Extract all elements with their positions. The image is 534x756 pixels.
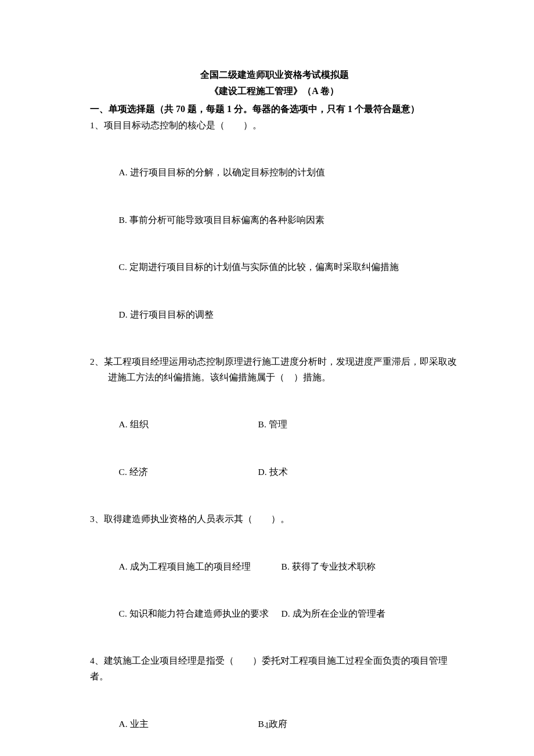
q1-opt-d: D. 进行项目目标的调整	[119, 307, 459, 322]
question-2: 2、某工程项目经理运用动态控制原理进行施工进度分析时，发现进度严重滞后，即采取改…	[90, 354, 459, 511]
q1-opt-c: C. 定期进行项目目标的计划值与实际值的比较，偏离时采取纠偏措施	[119, 259, 459, 275]
title-sub: 《建设工程施工管理》（A 卷）	[90, 83, 459, 99]
q4-text: 4、建筑施工企业项目经理是指受（ ）委托对工程项目施工过程全面负责的项目管理者。	[90, 653, 459, 684]
q2-cont: 进施工方法的纠偏措施。该纠偏措施属于（ ）措施。	[90, 369, 459, 385]
q3-opt-d: D. 成为所在企业的管理者	[282, 606, 385, 621]
title-main: 全国二级建造师职业资格考试模拟题	[90, 67, 459, 83]
q1-opt-b: B. 事前分析可能导致项目目标偏离的各种影响因素	[119, 212, 459, 228]
q3-opt-c: C. 知识和能力符合建造师执业的要求	[119, 606, 282, 621]
q3-text: 3、取得建造师执业资格的人员表示其（ ）。	[90, 511, 459, 527]
question-1: 1、项目目标动态控制的核心是（ ）。 A. 进行项目目标的分解，以确定目标控制的…	[90, 117, 459, 354]
q3-options: A. 成为工程项目施工的项目经理B. 获得了专业技术职称 C. 知识和能力符合建…	[90, 527, 459, 653]
q1-options: A. 进行项目目标的分解，以确定目标控制的计划值 B. 事前分析可能导致项目目标…	[90, 133, 459, 354]
page-number: 1	[0, 719, 534, 733]
q2-options: A. 组织B. 管理 C. 经济D. 技术	[90, 385, 459, 511]
q1-opt-a: A. 进行项目目标的分解，以确定目标控制的计划值	[119, 164, 459, 180]
q2-opt-a: A. 组织	[119, 416, 258, 432]
question-3: 3、取得建造师执业资格的人员表示其（ ）。 A. 成为工程项目施工的项目经理B.…	[90, 511, 459, 653]
q2-text: 2、某工程项目经理运用动态控制原理进行施工进度分析时，发现进度严重滞后，即采取改	[90, 354, 459, 369]
q2-opt-d: D. 技术	[258, 464, 288, 480]
question-4: 4、建筑施工企业项目经理是指受（ ）委托对工程项目施工过程全面负责的项目管理者。…	[90, 653, 459, 756]
q2-opt-c: C. 经济	[119, 464, 258, 480]
q1-text: 1、项目目标动态控制的核心是（ ）。	[90, 117, 459, 133]
section-header: 一、单项选择题（共 70 题，每题 1 分。每器的备选项中，只有 1 个最符合题…	[90, 101, 459, 117]
q3-opt-a: A. 成为工程项目施工的项目经理	[119, 559, 282, 574]
q2-opt-b: B. 管理	[258, 416, 287, 432]
q3-opt-b: B. 获得了专业技术职称	[282, 559, 376, 574]
